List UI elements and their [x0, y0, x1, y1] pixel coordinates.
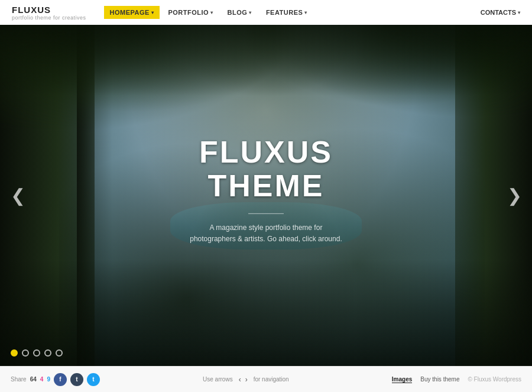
- footer-bar: Share 64 4 9 f t t Use arrows ‹ › for na…: [0, 366, 532, 392]
- slide-dot-2[interactable]: [22, 349, 29, 357]
- footer-images-link[interactable]: Images: [392, 376, 412, 383]
- slide-dot-4[interactable]: [44, 349, 51, 357]
- hero-section: ❮ FLUXUS THEME A magazine style portfoli…: [0, 25, 532, 366]
- main-nav: HOMEPAGE ▾ PORTFOLIO ▾ BLOG ▾ FEATURES ▾: [104, 6, 481, 19]
- hero-title: FLUXUS THEME: [189, 135, 343, 202]
- footer-nav-hint: Use arrows: [203, 376, 233, 383]
- facebook-share-button[interactable]: f: [54, 373, 67, 386]
- chevron-down-icon: ▾: [518, 10, 520, 15]
- footer-next-arrow[interactable]: ›: [244, 375, 249, 384]
- share-count-total: 64: [30, 376, 37, 383]
- dark-bottom: [0, 260, 532, 366]
- nav-homepage[interactable]: HOMEPAGE ▾: [104, 6, 160, 19]
- next-slide-button[interactable]: ❯: [504, 181, 525, 210]
- nav-features[interactable]: FEATURES ▾: [260, 6, 313, 19]
- footer-nav-for: for navigation: [254, 376, 289, 383]
- twitter-share-button[interactable]: t: [87, 373, 100, 386]
- footer-buy-link[interactable]: Buy this theme: [420, 376, 459, 383]
- chevron-down-icon: ▾: [249, 10, 252, 15]
- tumblr-share-button[interactable]: t: [70, 373, 83, 386]
- header: FLUXUS portfolio theme for creatives HOM…: [0, 0, 532, 25]
- nav-portfolio[interactable]: PORTFOLIO ▾: [162, 6, 219, 19]
- copyright: © Fluxus Wordpress: [468, 376, 521, 383]
- footer-right: Images Buy this theme © Fluxus Wordpress: [392, 376, 521, 383]
- footer-prev-arrow[interactable]: ‹: [238, 375, 242, 384]
- chevron-down-icon: ▾: [210, 10, 213, 15]
- dark-top: [0, 25, 532, 96]
- nav-contacts[interactable]: CONTACTS ▾: [481, 9, 520, 16]
- hero-divider: [248, 213, 284, 214]
- prev-slide-button[interactable]: ❮: [7, 181, 28, 210]
- nav-blog[interactable]: BLOG ▾: [222, 6, 258, 19]
- slide-dot-3[interactable]: [33, 349, 40, 357]
- share-area: Share 64 4 9 f t t: [11, 373, 100, 386]
- slide-dots: [11, 349, 63, 357]
- logo-subtitle: portfolio theme for creatives: [12, 15, 86, 21]
- share-label: Share: [11, 376, 27, 383]
- footer-arrows: ‹ ›: [238, 375, 249, 384]
- chevron-down-icon: ▾: [151, 10, 154, 15]
- logo-area: FLUXUS portfolio theme for creatives: [12, 5, 86, 21]
- share-count-pink: 4: [40, 376, 44, 383]
- slide-dot-5[interactable]: [56, 349, 63, 357]
- chevron-down-icon: ▾: [304, 10, 307, 15]
- share-count-blue: 9: [47, 376, 50, 383]
- hero-subtitle: A magazine style portfolio theme for pho…: [189, 222, 343, 245]
- footer-center: Use arrows ‹ › for navigation: [100, 375, 392, 384]
- hero-content: FLUXUS THEME A magazine style portfolio …: [189, 135, 343, 245]
- logo-title: FLUXUS: [12, 5, 86, 15]
- slide-dot-1[interactable]: [11, 349, 18, 357]
